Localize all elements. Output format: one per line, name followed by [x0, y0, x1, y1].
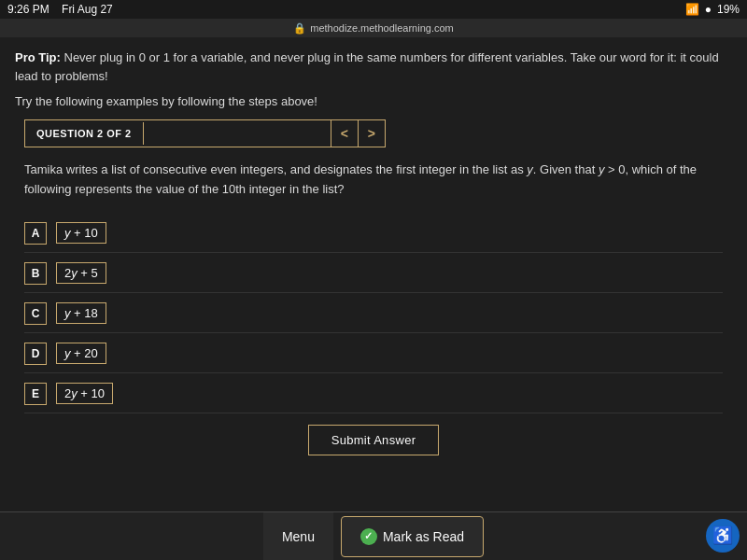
menu-button[interactable]: Menu: [263, 512, 333, 561]
question-label: QUESTION 2 OF 2: [25, 122, 144, 145]
bottom-bar: Menu Mark as Read: [0, 511, 747, 560]
question-nav: QUESTION 2 OF 2 < >: [24, 119, 386, 147]
option-e[interactable]: E 2y + 10: [24, 375, 723, 413]
pro-tip-label: Pro Tip:: [15, 50, 61, 64]
option-letter-b: B: [24, 262, 47, 285]
option-value-a: y + 10: [56, 222, 106, 244]
submit-container: Submit Answer: [15, 425, 732, 463]
option-c[interactable]: C y + 18: [24, 295, 723, 333]
option-letter-d: D: [24, 343, 47, 365]
option-letter-e: E: [24, 383, 47, 405]
mark-as-read-button[interactable]: Mark as Read: [341, 516, 484, 557]
lock-icon: 🔒: [293, 22, 306, 35]
battery-label: 19%: [717, 3, 740, 16]
url-bar: 🔒 methodize.methodlearning.com: [0, 19, 747, 37]
next-question-button[interactable]: >: [358, 120, 385, 147]
question-text: Tamika writes a list of consecutive even…: [24, 161, 723, 200]
prev-question-button[interactable]: <: [331, 120, 358, 147]
accessibility-button[interactable]: ♿: [706, 519, 740, 553]
status-icons: 📶 ● 19%: [685, 3, 740, 16]
option-value-e: 2y + 10: [56, 383, 113, 404]
time-date: 9:26 PM Fri Aug 27: [7, 3, 113, 16]
option-value-c: y + 18: [56, 302, 106, 324]
check-circle-icon: [360, 528, 377, 545]
wifi-icon: 📶: [685, 3, 699, 16]
url-text: methodize.methodlearning.com: [310, 22, 453, 34]
question-input[interactable]: [144, 121, 331, 146]
option-value-d: y + 20: [56, 343, 106, 364]
option-b[interactable]: B 2y + 5: [24, 255, 723, 293]
submit-button[interactable]: Submit Answer: [308, 425, 440, 455]
option-d[interactable]: D y + 20: [24, 335, 723, 373]
main-content: Pro Tip: Never plug in 0 or 1 for a vari…: [0, 37, 747, 511]
signal-icon: ●: [705, 3, 712, 16]
try-text: Try the following examples by following …: [15, 94, 732, 108]
accessibility-icon: ♿: [712, 525, 733, 546]
mark-as-read-label: Mark as Read: [383, 529, 464, 544]
option-letter-c: C: [24, 302, 47, 325]
status-bar: 9:26 PM Fri Aug 27 📶 ● 19%: [0, 0, 747, 19]
pro-tip-text: Never plug in 0 or 1 for a variable, and…: [15, 50, 719, 83]
option-a[interactable]: A y + 10: [24, 215, 723, 253]
option-value-b: 2y + 5: [56, 262, 106, 284]
pro-tip: Pro Tip: Never plug in 0 or 1 for a vari…: [15, 49, 732, 85]
option-letter-a: A: [24, 222, 47, 245]
